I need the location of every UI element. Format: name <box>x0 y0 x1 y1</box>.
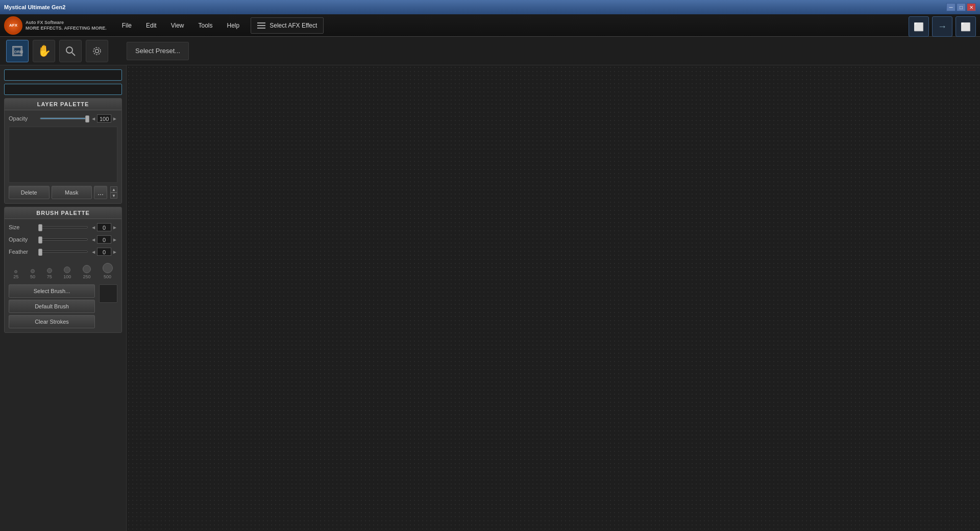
brush-opacity-right-arrow[interactable]: ► <box>112 237 117 243</box>
brush-preview-box <box>99 284 117 303</box>
brush-feather-left-arrow[interactable]: ◄ <box>91 249 96 255</box>
hamburger-line-1 <box>257 22 265 23</box>
transfer-arrow-button[interactable]: → <box>932 16 952 37</box>
monitor-left-button[interactable]: ⬜ <box>909 16 929 37</box>
brush-opacity-value-box: ◄ 0 ► <box>91 235 117 244</box>
brush-circle-item-50[interactable]: 50 <box>30 269 35 279</box>
zoom-tool-button[interactable] <box>59 40 82 62</box>
brush-opacity-label: Opacity <box>9 236 37 243</box>
layer-up-arrow[interactable]: ▲ <box>110 186 117 192</box>
brush-opacity-left-arrow[interactable]: ◄ <box>91 237 96 243</box>
content-area <box>127 65 980 531</box>
layer-opacity-thumb[interactable] <box>85 115 89 123</box>
main-layout: LAYER PALETTE Opacity ◄ 100 ► <box>0 65 980 531</box>
brush-circle-50 <box>31 269 35 273</box>
hamburger-line-3 <box>257 28 265 29</box>
menu-edit[interactable]: Edit <box>139 19 164 32</box>
orig-icon: ORIG <box>12 45 23 57</box>
layer-opacity-right-arrow[interactable]: ► <box>112 116 117 122</box>
layer-opacity-track[interactable] <box>40 117 88 119</box>
brush-palette-panel: BRUSH PALETTE Size ◄ 0 ► <box>4 207 122 333</box>
brush-buttons-area: Select Brush... Default Brush Clear Stro… <box>9 284 117 328</box>
brush-circle-item-25[interactable]: 25 <box>13 270 18 279</box>
brush-feather-right-arrow[interactable]: ► <box>112 249 117 255</box>
sidebar-input-1[interactable] <box>4 69 122 81</box>
layer-palette-header: LAYER PALETTE <box>5 99 121 110</box>
brush-size-left-arrow[interactable]: ◄ <box>91 225 96 230</box>
brush-feather-value-box: ◄ 0 ► <box>91 248 117 256</box>
minimize-button[interactable]: ─ <box>946 3 955 11</box>
monitor-right-button[interactable]: ⬜ <box>955 16 976 37</box>
brush-circle-25 <box>14 270 17 273</box>
default-brush-button[interactable]: Default Brush <box>9 300 95 313</box>
brush-feather-row: Feather ◄ 0 ► <box>9 248 117 256</box>
layer-palette-content: Opacity ◄ 100 ► Delete Mask <box>5 110 121 203</box>
brush-palette-content: Size ◄ 0 ► Opacity <box>5 219 121 332</box>
layer-opacity-left-arrow[interactable]: ◄ <box>91 116 96 122</box>
afx-effect-button[interactable]: Select AFX Effect <box>251 17 324 34</box>
brush-palette-header: BRUSH PALETTE <box>5 207 121 219</box>
menu-tools[interactable]: Tools <box>191 19 220 32</box>
brush-feather-track[interactable] <box>40 251 88 253</box>
brush-feather-label: Feather <box>9 249 37 255</box>
select-brush-button[interactable]: Select Brush... <box>9 284 95 298</box>
brush-circle-item-100[interactable]: 100 <box>63 267 71 279</box>
brush-size-row: Size ◄ 0 ► <box>9 223 117 231</box>
brush-size-value-box: ◄ 0 ► <box>91 223 117 231</box>
brush-size-thumb[interactable] <box>38 224 42 231</box>
brush-feather-thumb[interactable] <box>38 249 42 256</box>
brush-size-right-arrow[interactable]: ► <box>112 225 117 230</box>
layer-opacity-fill <box>40 118 87 119</box>
brush-circle-250 <box>83 265 91 273</box>
brush-circle-500 <box>103 263 113 273</box>
brush-opacity-track[interactable] <box>40 238 88 240</box>
hand-tool-button[interactable]: ✋ <box>33 40 55 62</box>
orig-tool-button[interactable]: ORIG <box>6 40 29 62</box>
close-button[interactable]: ✕ <box>967 3 976 11</box>
maximize-button[interactable]: □ <box>957 3 966 11</box>
brush-size-label: Size <box>9 224 37 230</box>
brush-opacity-thumb[interactable] <box>38 236 42 244</box>
layer-palette-panel: LAYER PALETTE Opacity ◄ 100 ► <box>4 98 122 204</box>
clear-strokes-button[interactable]: Clear Strokes <box>9 315 95 328</box>
brush-size-label-250: 250 <box>83 274 90 279</box>
settings-tool-button[interactable] <box>86 40 108 62</box>
brush-buttons-column: Select Brush... Default Brush Clear Stro… <box>9 284 95 328</box>
layer-opacity-row: Opacity ◄ 100 ► <box>9 114 117 123</box>
brush-circle-item-75[interactable]: 75 <box>47 268 52 279</box>
title-bar-controls: ─ □ ✕ <box>946 3 976 11</box>
title-bar: Mystical Ultimate Gen2 ─ □ ✕ <box>0 0 980 14</box>
brush-opacity-value[interactable]: 0 <box>97 235 111 244</box>
gear-icon <box>91 45 103 57</box>
brush-circle-item-250[interactable]: 250 <box>83 265 91 279</box>
delete-button[interactable]: Delete <box>9 186 50 199</box>
select-preset-button[interactable]: Select Preset... <box>127 42 189 60</box>
svg-point-3 <box>66 47 72 53</box>
afx-button-label: Select AFX Effect <box>270 22 317 29</box>
brush-size-label-50: 50 <box>30 274 35 279</box>
layer-list-area <box>9 127 117 183</box>
brush-size-label-100: 100 <box>63 274 71 279</box>
menu-help[interactable]: Help <box>220 19 247 32</box>
svg-point-6 <box>93 47 101 55</box>
logo-area: AFX Auto FX Software MORE EFFECTS. AFFEC… <box>4 16 107 35</box>
zoom-icon <box>65 45 76 57</box>
brush-circle-100 <box>64 267 70 273</box>
title-text: Mystical Ultimate Gen2 <box>4 4 65 10</box>
menu-file[interactable]: File <box>115 19 139 32</box>
menu-view[interactable]: View <box>164 19 191 32</box>
layer-down-arrow[interactable]: ▼ <box>110 192 117 199</box>
more-button[interactable]: ... <box>94 186 107 199</box>
mask-button[interactable]: Mask <box>52 186 92 199</box>
layer-opacity-label: Opacity <box>9 115 37 122</box>
layer-up-down-arrows: ▲ ▼ <box>110 186 117 199</box>
sidebar-input-2[interactable] <box>4 84 122 95</box>
brush-size-value[interactable]: 0 <box>97 223 111 231</box>
brush-feather-value[interactable]: 0 <box>97 248 111 256</box>
brush-opacity-row: Opacity ◄ 0 ► <box>9 235 117 244</box>
brush-size-label-500: 500 <box>104 274 111 279</box>
brush-size-track[interactable] <box>40 226 88 228</box>
brush-circle-item-500[interactable]: 500 <box>103 263 113 279</box>
layer-opacity-value[interactable]: 100 <box>97 114 111 123</box>
brush-circle-75 <box>47 268 52 273</box>
